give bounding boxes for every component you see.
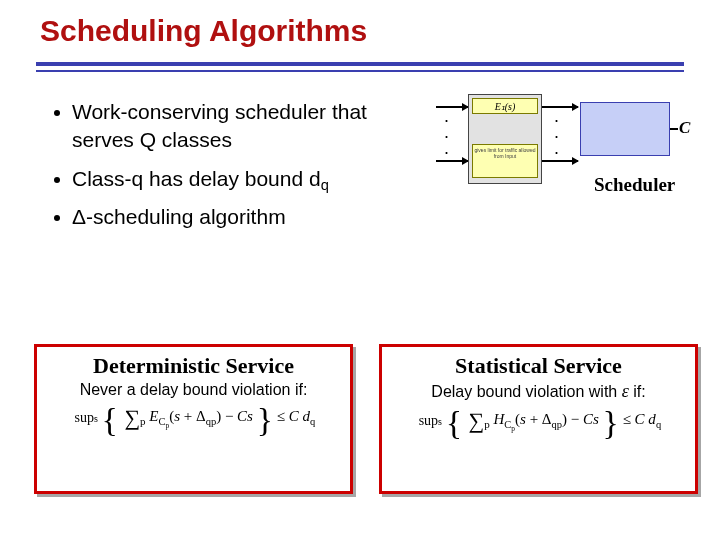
bullet-3-text: Δ-scheduling algorithm bbox=[72, 203, 286, 231]
statistical-subtitle-pre: Delay bound violation with bbox=[431, 383, 621, 400]
bullet-dot-icon bbox=[54, 177, 60, 183]
statistical-subtitle: Delay bound violation with ε if: bbox=[390, 381, 687, 402]
envelope-box-top: E₁(s) bbox=[472, 98, 538, 114]
arrow-bot-out bbox=[542, 160, 578, 162]
deterministic-formula: sups { ∑p ECp(s + Δqp) − Cs } ≤ C dq bbox=[45, 407, 342, 431]
bullet-1-text: Work-conserving scheduler that serves Q … bbox=[72, 98, 394, 155]
scheduler-diagram: ··· E₁(s) gives limit for traffic allowe… bbox=[426, 94, 696, 214]
title-underline-thin bbox=[36, 70, 684, 72]
scheduler-label: Scheduler bbox=[594, 174, 675, 196]
statistical-formula-text: sups { ∑p HCp(s + Δqp) − Cs } ≤ C dq bbox=[416, 411, 661, 427]
arrow-bot-in bbox=[436, 160, 468, 162]
epsilon-symbol: ε bbox=[622, 381, 629, 401]
bullet-2-sub: q bbox=[321, 177, 329, 193]
bullet-1: Work-conserving scheduler that serves Q … bbox=[54, 98, 394, 155]
bullet-2: Class-q has delay bound dq bbox=[54, 165, 394, 193]
title-underline-thick bbox=[36, 62, 684, 66]
deterministic-subtitle: Never a delay bound violation if: bbox=[45, 381, 342, 399]
bullet-list: Work-conserving scheduler that serves Q … bbox=[54, 98, 394, 241]
envelope-box-bottom: gives limit for traffic allowed from Inp… bbox=[472, 144, 538, 178]
bullet-dot-icon bbox=[54, 215, 60, 221]
arrow-top-out bbox=[542, 106, 578, 108]
arrow-top-in bbox=[436, 106, 468, 108]
service-panels: Deterministic Service Never a delay boun… bbox=[34, 344, 698, 494]
bullet-dot-icon bbox=[54, 110, 60, 116]
bullet-2-text: Class-q has delay bound dq bbox=[72, 165, 329, 193]
ellipsis-right-icon: ··· bbox=[554, 112, 559, 161]
statistical-title: Statistical Service bbox=[390, 353, 687, 379]
ellipsis-left-icon: ··· bbox=[444, 112, 449, 161]
slide-title: Scheduling Algorithms bbox=[40, 14, 367, 48]
bullet-3: Δ-scheduling algorithm bbox=[54, 203, 394, 231]
output-line bbox=[670, 128, 678, 130]
capacity-label: C bbox=[679, 118, 690, 138]
deterministic-formula-text: sups { ∑p ECp(s + Δqp) − Cs } ≤ C dq bbox=[72, 408, 316, 424]
bullet-2-pre: Class-q has delay bound d bbox=[72, 167, 321, 190]
statistical-panel: Statistical Service Delay bound violatio… bbox=[379, 344, 698, 494]
scheduler-mux bbox=[580, 102, 670, 156]
deterministic-panel: Deterministic Service Never a delay boun… bbox=[34, 344, 353, 494]
statistical-formula: sups { ∑p HCp(s + Δqp) − Cs } ≤ C dq bbox=[390, 410, 687, 434]
statistical-subtitle-post: if: bbox=[629, 383, 646, 400]
deterministic-title: Deterministic Service bbox=[45, 353, 342, 379]
